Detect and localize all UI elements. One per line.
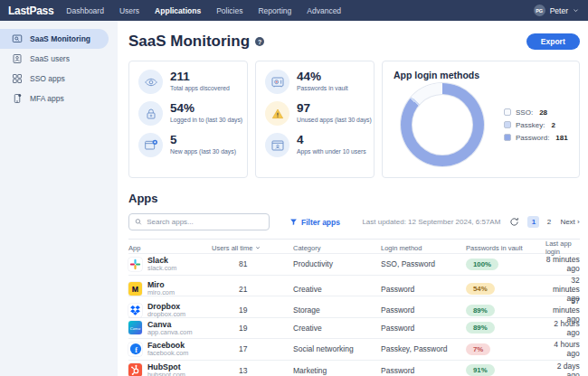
- table-row[interactable]: Dropbox dropbox.com 19 Storage Password …: [128, 296, 580, 318]
- app-logo-icon: M: [128, 282, 142, 296]
- category-value: Marketing: [293, 366, 381, 375]
- legend-item: Password:181: [504, 134, 568, 142]
- last-app-login-value: 2 hours ago: [545, 319, 580, 337]
- user-menu[interactable]: PG Peter: [534, 5, 579, 16]
- stat-value: 44%: [297, 70, 348, 84]
- eye-icon: [138, 70, 163, 94]
- stat-label: Apps with under 10 users: [297, 148, 366, 155]
- passwords-in-vault-badge: 89%: [466, 322, 495, 334]
- lock-icon: [138, 101, 163, 126]
- grid-icon: [12, 73, 23, 84]
- login-method-value: Password: [381, 306, 466, 315]
- stat-total-apps: 211 Total apps discovered: [138, 70, 242, 94]
- warning-icon: [265, 101, 289, 126]
- app-logo-icon: f: [128, 343, 142, 356]
- nav-item-advanced[interactable]: Advanced: [307, 6, 341, 15]
- nav-item-applications[interactable]: Applications: [155, 6, 201, 15]
- stat-under-10-users: 4 Apps with under 10 users: [265, 133, 368, 157]
- app-domain: miro.com: [147, 289, 175, 296]
- vault-icon: [265, 70, 289, 94]
- passwords-in-vault-badge: 89%: [466, 305, 495, 316]
- nav-item-reporting[interactable]: Reporting: [258, 6, 291, 15]
- legend-item: SSO:28: [504, 108, 568, 117]
- sidebar-item-label: MFA apps: [30, 94, 64, 103]
- chart-title: App login methods: [394, 70, 568, 80]
- sort-chevron-icon: [255, 245, 261, 250]
- users-all-time-value: 17: [212, 344, 293, 353]
- chart-legend: SSO:28Passkey:2Password:181: [504, 108, 568, 142]
- last-app-login-value: 2 days ago: [545, 362, 580, 376]
- stat-label: New apps (last 30 days): [170, 148, 236, 155]
- login-method-value: Password: [381, 285, 466, 294]
- phone-icon: [12, 93, 23, 104]
- page-button-2[interactable]: 2: [543, 216, 555, 228]
- apps-section-heading: Apps: [128, 192, 580, 205]
- login-method-value: Password: [381, 366, 466, 375]
- stat-label: Total apps discovered: [170, 85, 230, 91]
- lastpass-logo[interactable]: LastPass: [8, 5, 53, 17]
- refresh-button[interactable]: [509, 217, 519, 227]
- nav-item-policies[interactable]: Policies: [216, 6, 242, 15]
- stat-passwords-vault: 44% Passwords in vault: [265, 70, 368, 94]
- login-method-value: Password: [381, 324, 466, 333]
- table-row[interactable]: Canva Canva app.canva.com 19 Creative Pa…: [128, 318, 580, 340]
- login-methods-donut-chart[interactable]: [401, 83, 484, 166]
- stat-value: 4: [297, 133, 366, 147]
- last-updated-text: Last updated: 12 September 2024, 6:57AM: [362, 218, 500, 226]
- app-domain: dropbox.com: [147, 311, 185, 318]
- stat-value: 97: [297, 101, 372, 116]
- stats-card-discovery: 211 Total apps discovered 54% Logged in …: [128, 61, 248, 178]
- main-content: SaaS Monitoring ? Export 211 Total apps …: [118, 21, 588, 376]
- page-title: SaaS Monitoring: [128, 33, 250, 51]
- stat-value: 54%: [170, 101, 242, 116]
- nav-item-dashboard[interactable]: Dashboard: [66, 6, 104, 15]
- export-button[interactable]: Export: [526, 33, 580, 50]
- stat-unused-apps: 97 Unused apps (last 30 days): [265, 101, 368, 126]
- top-navigation: LastPass Dashboard Users Applications Po…: [0, 0, 588, 21]
- sidebar-item-saas-users[interactable]: SaaS users: [0, 49, 109, 69]
- svg-text:M: M: [132, 285, 138, 294]
- filter-apps-button[interactable]: Filter apps: [289, 218, 340, 227]
- stats-card-usage: 44% Passwords in vault 97 Unused apps (l…: [255, 61, 375, 178]
- pagination: 1 2 Next ›: [527, 216, 579, 228]
- column-header-last-login: Last app login: [545, 240, 580, 256]
- table-row[interactable]: f Facebook facebook.com 17 Social networ…: [128, 339, 580, 361]
- help-icon[interactable]: ?: [255, 37, 264, 46]
- nav-item-users[interactable]: Users: [119, 6, 139, 15]
- last-app-login-value: 8 minutes ago: [545, 255, 580, 273]
- stat-value: 211: [170, 70, 230, 84]
- users-all-time-value: 19: [212, 306, 293, 315]
- sidebar-item-label: SaaS users: [30, 54, 70, 63]
- table-row[interactable]: M Miro miro.com 21 Creative Password 54%…: [128, 276, 580, 297]
- search-icon: [135, 218, 142, 226]
- app-logo-icon: [128, 304, 142, 317]
- legend-swatch: [504, 134, 511, 141]
- legend-item: Passkey:2: [504, 121, 568, 129]
- stat-logged-in: 54% Logged in to (last 30 days): [138, 101, 242, 126]
- passwords-in-vault-badge: 91%: [466, 364, 495, 376]
- column-header-users[interactable]: Users all time: [212, 244, 293, 252]
- sidebar-item-label: SaaS Monitoring: [30, 34, 90, 43]
- sidebar-item-sso-apps[interactable]: SSO apps: [0, 69, 109, 89]
- app-logo-icon: [128, 363, 142, 376]
- sidebar-item-mfa-apps[interactable]: MFA apps: [0, 89, 109, 108]
- table-row[interactable]: Slack slack.com 81 Productivity SSO, Pas…: [128, 254, 580, 276]
- stat-label: Logged in to (last 30 days): [170, 117, 242, 123]
- user-badge-icon: [12, 53, 23, 64]
- filter-icon: [289, 218, 298, 226]
- search-apps-input[interactable]: [147, 218, 263, 226]
- page-button-1[interactable]: 1: [527, 216, 539, 228]
- next-page-button[interactable]: Next ›: [560, 218, 579, 226]
- window-plus-icon: [138, 133, 163, 157]
- sidebar: SaaS Monitoring SaaS users SSO apps MFA …: [0, 21, 118, 376]
- svg-text:Canva: Canva: [130, 326, 141, 331]
- filter-apps-label: Filter apps: [301, 218, 340, 227]
- users-all-time-value: 81: [212, 259, 293, 268]
- search-apps-box[interactable]: [128, 213, 270, 230]
- app-logo-icon: Canva: [128, 321, 142, 334]
- login-method-value: SSO, Password: [381, 259, 466, 268]
- table-row[interactable]: HubSpot hubspot.com 13 Marketing Passwor…: [128, 361, 580, 376]
- login-method-value: Passkey, Password: [381, 344, 466, 353]
- apps-table: App Users all time Category Login method…: [128, 239, 580, 376]
- sidebar-item-saas-monitoring[interactable]: SaaS Monitoring: [0, 29, 109, 49]
